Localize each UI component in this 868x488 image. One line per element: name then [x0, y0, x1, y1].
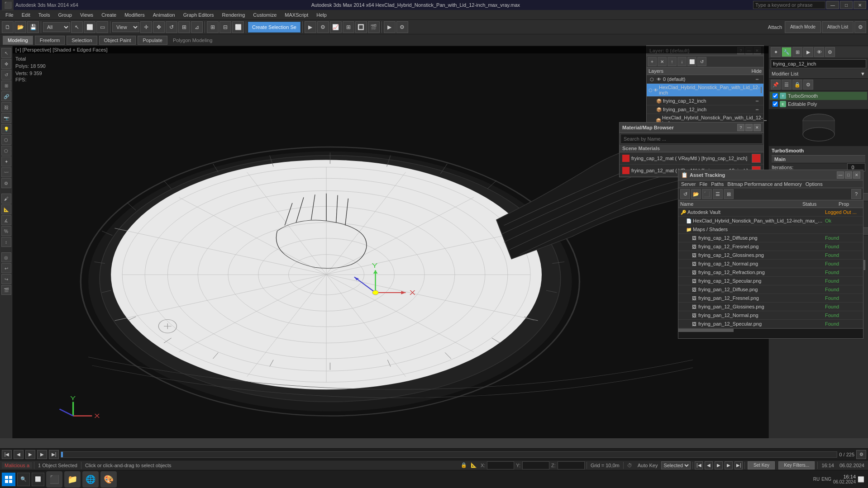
lp-render[interactable]: 🎬 — [1, 285, 11, 295]
goto-end[interactable]: ▶| — [49, 450, 59, 459]
ap-row-file-4[interactable]: 🖼 frying_cap_12_Refraction.png Found — [678, 268, 863, 277]
menu-graph-editors[interactable]: Graph Editors — [180, 11, 218, 19]
attach-mode-btn[interactable]: Attach Mode — [785, 21, 821, 33]
schematic[interactable]: ⊞ — [343, 21, 354, 33]
object-name-field[interactable] — [771, 59, 866, 68]
menu-tools[interactable]: Tools — [35, 11, 54, 19]
layer-down[interactable]: ↓ — [677, 57, 687, 66]
modifier-list-dropdown-arrow[interactable]: ▼ — [860, 71, 865, 76]
ap-close[interactable]: ✕ — [853, 171, 860, 179]
maximize-button[interactable]: □ — [840, 1, 853, 9]
mod-turbsmooth-checkbox[interactable] — [773, 93, 778, 99]
taskbar-search[interactable]: 🔍 — [17, 473, 30, 486]
ap-maximize[interactable]: □ — [845, 171, 852, 179]
lp-helper[interactable]: ✦ — [1, 156, 11, 166]
selected-dropdown[interactable]: Selected — [661, 461, 691, 469]
render-scene[interactable]: 🎬 — [368, 21, 380, 33]
title-search-input[interactable] — [753, 1, 825, 9]
taskbar-chrome[interactable]: 🌐 — [82, 471, 99, 488]
taskbar-3dsmax[interactable]: ⬛ — [46, 471, 62, 488]
rp-create-icon[interactable]: ✦ — [771, 47, 781, 57]
menu-group[interactable]: Group — [54, 11, 76, 19]
mod-config[interactable]: ⚙ — [803, 80, 813, 90]
lp-paint[interactable]: 🖌 — [1, 194, 11, 204]
layer-select[interactable]: ⬜ — [687, 57, 696, 66]
rp-hierarchy-icon[interactable]: ⊞ — [792, 47, 802, 57]
lp-geo[interactable]: ⬡ — [1, 135, 11, 145]
ap-menu-server[interactable]: Server — [681, 181, 696, 187]
render-settings[interactable]: ⚙ — [396, 21, 408, 33]
ap-folder[interactable]: 📂 — [691, 189, 701, 199]
rotate[interactable]: ↺ — [166, 21, 177, 33]
timeline-bar[interactable] — [61, 451, 837, 458]
move[interactable]: ✥ — [153, 21, 165, 33]
mod-lock-icon[interactable]: 🔒 — [792, 80, 802, 90]
ap-view-details[interactable]: ⊞ — [724, 189, 734, 199]
lp-select[interactable]: ↖ — [1, 48, 11, 58]
modifier-turbsmooth[interactable]: T TurboSmooth — [770, 92, 867, 100]
attach-list-btn[interactable]: Attach List — [822, 21, 854, 33]
rp-motion-icon[interactable]: ▶ — [803, 47, 813, 57]
menu-modifiers[interactable]: Modifiers — [121, 11, 148, 19]
ap-row-file-9[interactable]: 🖼 frying_pan_12_Normal.png Found — [678, 311, 863, 320]
taskbar-photoshop[interactable]: 🎨 — [100, 471, 117, 488]
ap-row-file-8[interactable]: 🖼 frying_pan_12_Glossines.png Found — [678, 303, 863, 311]
menu-file[interactable]: File — [2, 11, 17, 19]
layer-refresh[interactable]: ↺ — [697, 57, 706, 66]
ap-refresh[interactable]: ↺ — [680, 189, 690, 199]
material-search-input[interactable] — [620, 134, 763, 144]
open-button[interactable]: 📂 — [14, 21, 26, 33]
prev-frame[interactable]: ◀ — [14, 450, 24, 459]
anim-settings[interactable]: ⚙ — [317, 21, 329, 33]
ap-menu-bitmap[interactable]: Bitmap Performance and Memory — [727, 181, 801, 187]
mat-close[interactable]: ✕ — [754, 124, 761, 131]
mod-editpoly-checkbox[interactable] — [773, 101, 778, 107]
menu-rendering[interactable]: Rendering — [219, 11, 249, 19]
layer-mgr[interactable]: ⬜ — [232, 21, 244, 33]
rp-display-icon[interactable]: 👁 — [814, 47, 824, 57]
menu-views[interactable]: Views — [76, 11, 97, 19]
taskbar-task-view[interactable]: ⬜ — [32, 473, 44, 486]
lp-shapes[interactable]: ⬠ — [1, 146, 11, 156]
ap-row-file-0[interactable]: 🖼 frying_cap_12_Diffuse.png Found — [678, 234, 863, 242]
ap-question[interactable]: ? — [851, 189, 861, 199]
y-coord-input[interactable] — [522, 461, 549, 469]
layer-up[interactable]: ↑ — [668, 57, 677, 66]
ap-scrollbar[interactable] — [678, 328, 863, 332]
ap-row-file-7[interactable]: 🖼 frying_pan_12_Fresnel.png Found — [678, 294, 863, 303]
tab-freeform[interactable]: Freeform — [35, 36, 65, 45]
create-selection-set-button[interactable]: Create Selection Se — [248, 22, 300, 33]
lp-angle-snap[interactable]: ∡ — [1, 215, 11, 225]
curve-editor[interactable]: 📈 — [330, 21, 342, 33]
ap-menu-file[interactable]: File — [699, 181, 707, 187]
goto-start[interactable]: |◀ — [2, 450, 12, 459]
tab-modeling[interactable]: Modeling — [3, 36, 33, 45]
select-obj[interactable]: ✛ — [140, 21, 152, 33]
mat-editor[interactable]: 🔳 — [355, 21, 367, 33]
set-key-button[interactable]: Set Key — [748, 461, 775, 469]
rp-utilities-icon[interactable]: ⚙ — [825, 47, 835, 57]
show-desktop-btn[interactable]: ⬜ — [858, 476, 864, 483]
play-btn[interactable]: ▶ — [25, 450, 35, 459]
mod-pin-icon[interactable]: 📌 — [771, 80, 781, 90]
play-anim[interactable]: ▶ — [305, 21, 316, 33]
rect-select[interactable]: ▭ — [96, 21, 108, 33]
lp-space-warp[interactable]: 〰 — [1, 167, 11, 177]
lp-percent-snap[interactable]: % — [1, 226, 11, 236]
layer-new[interactable]: + — [648, 57, 657, 66]
lp-systems[interactable]: ⚙ — [1, 178, 11, 188]
ap-vault[interactable]: ⬛ — [702, 189, 712, 199]
rp-modify-icon[interactable]: 🔧 — [782, 47, 792, 57]
layer-row-cap[interactable]: 📦 frying_cap_12_inch ━ — [647, 97, 763, 105]
lp-isolate[interactable]: ◎ — [1, 252, 11, 262]
select-by-name[interactable]: ⬜ — [84, 21, 95, 33]
sb-prev-frame[interactable]: ◀ — [705, 461, 713, 469]
sb-next-frame[interactable]: ▶ — [725, 461, 733, 469]
time-config[interactable]: ⚙ — [856, 450, 866, 459]
sb-goto-start[interactable]: |◀ — [695, 461, 703, 469]
start-button[interactable] — [2, 473, 15, 486]
ap-row-file-10[interactable]: 🖼 frying_pan_12_Specular.png Found — [678, 320, 863, 328]
key-filters-button[interactable]: Key Filters... — [778, 461, 815, 469]
modifier-editable-poly[interactable]: E Editable Poly — [770, 100, 867, 108]
menu-create[interactable]: Create — [98, 11, 120, 19]
